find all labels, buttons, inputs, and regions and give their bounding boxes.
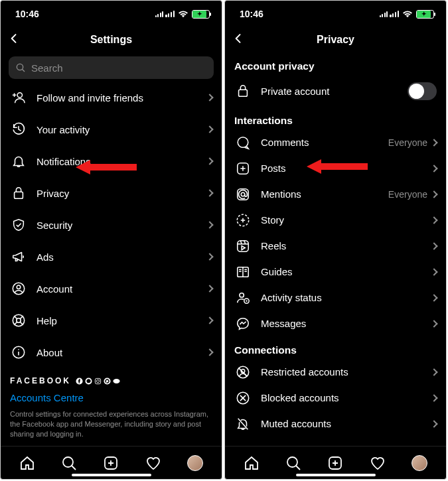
svg-point-20 xyxy=(96,379,99,382)
facebook-brand: FACEBOOK xyxy=(10,376,212,385)
row-privacy[interactable]: Privacy xyxy=(1,177,222,209)
lock-icon xyxy=(234,84,252,98)
svg-point-21 xyxy=(99,379,100,379)
row-label: Guides xyxy=(261,266,431,277)
nav-create[interactable] xyxy=(102,454,119,472)
row-security[interactable]: Security xyxy=(1,209,222,241)
svg-line-11 xyxy=(20,322,23,324)
user-circle-icon xyxy=(10,281,27,296)
chevron-right-icon xyxy=(206,157,213,165)
chevron-right-icon xyxy=(430,190,437,198)
status-icons: ✦ xyxy=(380,10,434,19)
wifi-icon xyxy=(178,11,188,18)
row-story[interactable]: Story xyxy=(225,207,446,233)
row-label: Account xyxy=(37,283,207,295)
chevron-right-icon xyxy=(430,320,437,327)
nav-search[interactable] xyxy=(285,454,302,472)
row-account[interactable]: Account xyxy=(1,273,222,305)
row-label: Privacy xyxy=(37,188,207,199)
create-post-icon xyxy=(234,161,252,176)
settings-screen: 10:46 ✦ Settings Search xyxy=(0,0,222,480)
row-guides[interactable]: Guides xyxy=(225,259,446,285)
nav-profile[interactable] xyxy=(187,454,204,472)
chevron-right-icon xyxy=(206,348,213,356)
clock: 10:46 xyxy=(15,9,39,19)
row-help[interactable]: Help xyxy=(1,305,222,336)
row-label: Messages xyxy=(261,318,431,329)
svg-line-61 xyxy=(296,466,300,470)
row-reels[interactable]: Reels xyxy=(225,233,446,259)
bell-icon xyxy=(10,154,27,169)
at-icon xyxy=(234,187,252,202)
nav-profile[interactable] xyxy=(411,454,428,472)
privacy-screen: 10:46 ✦ Privacy Account privacy Private … xyxy=(224,0,447,480)
svg-point-23 xyxy=(113,379,119,383)
row-messages[interactable]: Messages xyxy=(225,310,446,336)
chevron-right-icon xyxy=(430,420,437,427)
row-private-account: Private account xyxy=(225,75,446,107)
chevron-right-icon xyxy=(430,268,437,275)
row-label: Activity status xyxy=(261,292,431,303)
nav-home[interactable] xyxy=(243,454,260,472)
lock-icon xyxy=(10,186,27,200)
svg-line-1 xyxy=(23,70,25,72)
facebook-description: Control settings for connected experienc… xyxy=(10,409,212,439)
row-blocked[interactable]: Blocked accounts xyxy=(225,385,446,411)
help-icon xyxy=(10,313,27,328)
svg-rect-29 xyxy=(239,90,248,96)
search-input[interactable]: Search xyxy=(9,56,214,79)
accounts-centre-link[interactable]: Accounts Centre xyxy=(10,392,84,403)
row-activity[interactable]: Your activity xyxy=(1,113,222,145)
svg-point-60 xyxy=(287,457,297,467)
comment-icon xyxy=(234,135,252,150)
home-indicator xyxy=(296,474,376,476)
nav-activity[interactable] xyxy=(369,454,386,472)
nav-home[interactable] xyxy=(19,454,36,472)
brand-icons xyxy=(76,378,120,385)
row-label: Restricted accounts xyxy=(261,366,431,378)
status-icons: ✦ xyxy=(155,10,210,19)
svg-point-9 xyxy=(17,318,21,322)
row-restricted[interactable]: Restricted accounts xyxy=(225,359,446,385)
chevron-right-icon xyxy=(206,221,213,228)
nav-search[interactable] xyxy=(60,454,78,472)
row-comments[interactable]: Comments Everyone xyxy=(225,129,446,155)
dual-signal-icon xyxy=(380,11,399,17)
section-connections: Connections xyxy=(225,336,446,359)
chevron-right-icon xyxy=(430,216,437,224)
avatar xyxy=(411,455,427,471)
row-label: Blocked accounts xyxy=(261,392,431,403)
row-value: Everyone xyxy=(388,137,427,148)
back-button[interactable] xyxy=(7,32,21,48)
row-follow-invite[interactable]: Follow and invite friends xyxy=(1,82,222,113)
search-placeholder: Search xyxy=(31,62,63,74)
row-notifications[interactable]: Notifications xyxy=(1,145,222,177)
row-label: Private account xyxy=(261,86,408,97)
nav-create[interactable] xyxy=(327,454,344,472)
dual-signal-icon xyxy=(155,11,175,17)
row-value: Everyone xyxy=(388,189,427,200)
chevron-right-icon xyxy=(206,94,213,101)
clock: 10:46 xyxy=(240,9,263,19)
row-label: Reels xyxy=(261,240,431,251)
row-label: Your activity xyxy=(37,124,207,135)
page-title: Settings xyxy=(90,34,132,46)
row-label: Muted accounts xyxy=(261,418,431,429)
svg-point-50 xyxy=(240,293,244,297)
battery-icon: ✦ xyxy=(192,10,210,19)
home-indicator xyxy=(72,474,151,476)
row-activity-status[interactable]: Activity status xyxy=(225,285,446,310)
chevron-right-icon xyxy=(206,316,213,324)
private-account-toggle[interactable] xyxy=(408,82,437,100)
row-muted[interactable]: Muted accounts xyxy=(225,411,446,437)
svg-point-16 xyxy=(18,349,19,350)
row-about[interactable]: About xyxy=(1,336,222,368)
back-button[interactable] xyxy=(232,32,245,48)
header: Settings xyxy=(1,27,222,52)
row-ads[interactable]: Ads xyxy=(1,241,222,273)
row-label: Story xyxy=(261,214,431,226)
row-posts[interactable]: Posts xyxy=(225,155,446,181)
nav-activity[interactable] xyxy=(145,454,162,472)
row-mentions[interactable]: Mentions Everyone xyxy=(225,181,446,207)
chevron-right-icon xyxy=(430,368,437,376)
